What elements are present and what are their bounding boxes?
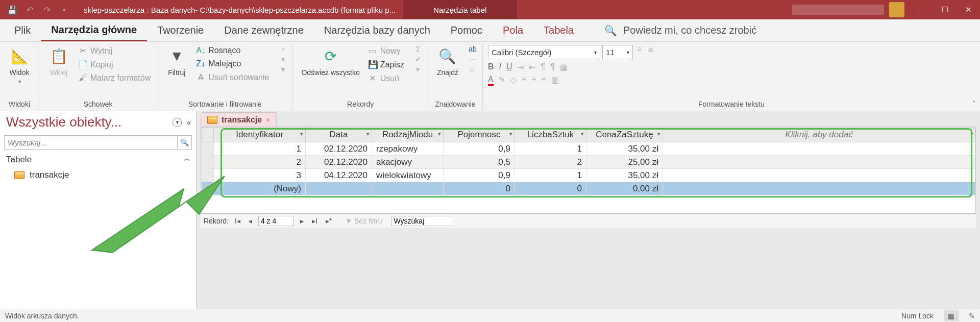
cell[interactable]: wielokwiatowy — [372, 169, 444, 182]
font-size-combo[interactable]: 11▾ — [602, 45, 633, 59]
bold-button[interactable]: B — [488, 62, 494, 72]
filter-button[interactable]: ▼ Filtruj — [162, 45, 191, 78]
alt-row-icon[interactable]: ▥ — [551, 75, 559, 86]
cell[interactable]: 25,00 zł — [586, 156, 663, 169]
goto-icon[interactable]: → — [468, 55, 477, 63]
close-button[interactable]: ✕ — [957, 0, 980, 19]
cell[interactable]: 02.12.2020 — [306, 142, 372, 156]
redo-icon[interactable]: ↷ — [40, 3, 54, 17]
next-record-button[interactable]: ▸ — [298, 217, 306, 225]
qat-menu-icon[interactable]: ▾ — [57, 3, 71, 17]
col-kind[interactable]: RodzajMiodu▾ — [372, 128, 444, 142]
tab-help[interactable]: Pomoc — [440, 19, 493, 41]
nav-item-transakcje[interactable]: transakcje — [0, 168, 196, 182]
cell[interactable]: 0,5 — [444, 156, 515, 169]
cell[interactable] — [306, 182, 372, 195]
cell[interactable] — [663, 142, 975, 156]
cell[interactable]: 1 — [515, 142, 586, 156]
nav-group-tables[interactable]: Tabele ︽ — [0, 152, 196, 168]
totals-icon[interactable]: Σ — [413, 45, 423, 53]
tab-create[interactable]: Tworzenie — [147, 19, 214, 41]
record-search-input[interactable] — [391, 216, 452, 226]
font-combo[interactable]: Calibri (Szczegół)▾ — [488, 45, 600, 59]
chevron-down-icon[interactable]: ▾ — [366, 131, 370, 137]
toggle-filter-icon[interactable]: ▼ — [278, 65, 287, 73]
format-painter-button[interactable]: 🖌Malarz formatów — [77, 72, 152, 84]
font-color-button[interactable]: A — [488, 75, 494, 86]
datasheet-grid[interactable]: Identyfikator▾ Data▾ RodzajMiodu▾ Pojemn… — [201, 127, 976, 213]
tab-file[interactable]: Plik — [4, 19, 41, 41]
last-record-button[interactable]: ▸I — [310, 217, 320, 225]
design-view-icon[interactable]: ✎ — [969, 312, 975, 320]
table-row[interactable]: 3 04.12.2020 wielokwiatowy 0,9 1 35,00 z… — [202, 169, 975, 182]
copy-button[interactable]: 📄Kopiuj — [77, 59, 152, 70]
new-row-selector[interactable]: * — [202, 182, 214, 195]
advanced-filter-icon[interactable]: ▾ — [278, 55, 287, 63]
cell[interactable]: 0,9 — [444, 169, 515, 182]
cell[interactable] — [663, 156, 975, 169]
replace-icon[interactable]: ab — [468, 45, 477, 53]
nav-collapse-icon[interactable]: « — [187, 118, 191, 127]
align-right-icon[interactable]: ≡ — [541, 75, 546, 86]
nav-dropdown-icon[interactable]: ▾ — [173, 118, 182, 127]
cell[interactable]: 35,00 zł — [586, 169, 663, 182]
cell[interactable] — [372, 182, 444, 195]
cell[interactable] — [663, 182, 975, 195]
minimize-button[interactable]: — — [910, 0, 933, 19]
tab-dbtools[interactable]: Narzędzia bazy danych — [314, 19, 440, 41]
maximize-button[interactable]: ☐ — [933, 0, 957, 19]
underline-button[interactable]: U — [506, 62, 512, 72]
tab-external[interactable]: Dane zewnętrzne — [214, 19, 314, 41]
chevron-down-icon[interactable]: ▾ — [300, 131, 303, 137]
refresh-all-button[interactable]: ⟳ Odśwież wszystko — [298, 45, 362, 78]
cell[interactable]: 02.12.2020 — [306, 156, 372, 169]
new-record-button[interactable]: ▭Nowy — [367, 45, 405, 57]
select-all-cell[interactable] — [202, 128, 214, 142]
col-add[interactable]: Kliknij, aby dodać ▾ — [663, 128, 975, 142]
col-cap[interactable]: Pojemnosc▾ — [444, 128, 515, 142]
italic-button[interactable]: I — [499, 62, 501, 72]
ltr-icon[interactable]: ¶ — [541, 62, 545, 72]
cell[interactable]: 1 — [214, 142, 306, 156]
numbering-icon[interactable]: ≣ — [646, 45, 655, 59]
indent-right-icon[interactable]: ⇤ — [529, 62, 535, 72]
chevron-down-icon[interactable]: ▾ — [438, 131, 441, 137]
filter-toggle-icon[interactable]: ▿ — [278, 45, 287, 53]
sort-asc-button[interactable]: A↓Rosnąco — [195, 45, 270, 56]
cell[interactable]: 2 — [214, 156, 306, 169]
sort-desc-button[interactable]: Z↓Malejąco — [195, 58, 270, 69]
cell[interactable] — [663, 169, 975, 182]
user-account[interactable] — [792, 5, 884, 15]
nav-search-button[interactable]: 🔍 — [178, 135, 192, 150]
undo-icon[interactable]: ↶ — [22, 3, 37, 17]
spelling-icon[interactable]: ✔ — [413, 55, 423, 63]
cell[interactable]: 0 — [515, 182, 586, 195]
cell[interactable]: 0 — [444, 182, 515, 195]
cell[interactable]: (Nowy) — [214, 182, 306, 195]
paste-button[interactable]: 📋 Wklej — [44, 45, 73, 78]
prev-record-button[interactable]: ◂ — [247, 217, 254, 225]
row-selector[interactable] — [202, 156, 214, 169]
tab-fields[interactable]: Pola — [493, 19, 533, 41]
chevron-down-icon[interactable]: ▾ — [970, 131, 973, 137]
highlight-icon[interactable]: ✎ — [499, 75, 505, 86]
new-row[interactable]: * (Nowy) 0 0 0,00 zł — [202, 182, 975, 195]
row-selector[interactable] — [202, 142, 214, 156]
col-qty[interactable]: LiczbaSztuk▾ — [515, 128, 586, 142]
save-record-button[interactable]: 💾Zapisz — [367, 59, 405, 70]
cell[interactable]: 0,9 — [444, 142, 515, 156]
tab-home[interactable]: Narzędzia główne — [41, 19, 147, 41]
chevron-down-icon[interactable]: ▾ — [509, 131, 512, 137]
first-record-button[interactable]: I◂ — [233, 217, 242, 225]
record-position-input[interactable] — [258, 216, 294, 226]
nav-search-input[interactable] — [4, 135, 178, 150]
cell[interactable]: akacjowy — [372, 156, 444, 169]
tell-me[interactable]: 🔍 Powiedz mi, co chcesz zrobić — [604, 24, 756, 37]
document-tab-transakcje[interactable]: transakcje × — [201, 112, 277, 127]
cell[interactable]: 04.12.2020 — [306, 169, 372, 182]
align-center-icon[interactable]: ≡ — [531, 75, 536, 86]
more-records-icon[interactable]: ▾ — [413, 65, 423, 73]
close-tab-icon[interactable]: × — [266, 116, 270, 124]
cell[interactable]: 0,00 zł — [586, 182, 663, 195]
indent-left-icon[interactable]: ⇥ — [517, 62, 524, 72]
